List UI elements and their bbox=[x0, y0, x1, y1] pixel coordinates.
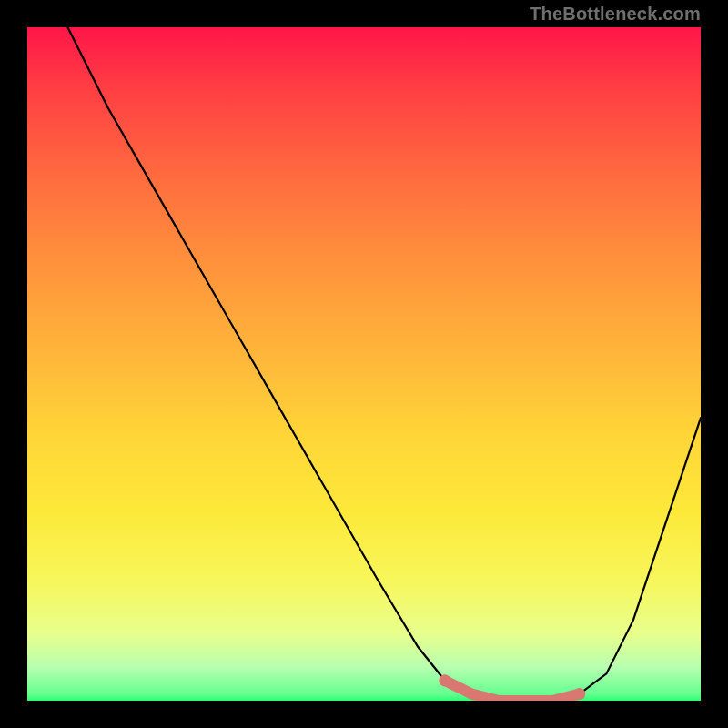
watermark-text: TheBottleneck.com bbox=[530, 4, 701, 25]
svg-point-0 bbox=[439, 674, 450, 686]
chart-svg-overlay bbox=[27, 27, 701, 701]
chart-line bbox=[67, 27, 701, 701]
chart-highlight-segment bbox=[439, 674, 585, 701]
svg-point-1 bbox=[573, 688, 585, 700]
chart-frame: TheBottleneck.com bbox=[0, 0, 728, 728]
